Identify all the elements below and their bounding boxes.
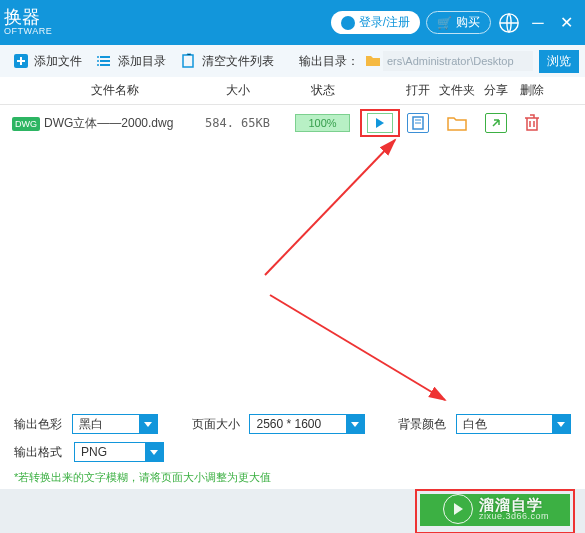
app-title: 换器 <box>4 8 52 28</box>
svg-point-2 <box>97 56 99 58</box>
settings-panel: 输出色彩 黑白 页面大小 2560 * 1600 背景颜色 白色 输出格式 PN… <box>0 404 585 489</box>
file-size: 584. 65KB <box>190 116 285 130</box>
col-folder: 文件夹 <box>436 82 478 99</box>
chevron-down-icon <box>552 414 570 434</box>
col-open: 打开 <box>400 82 436 99</box>
format-label: 输出格式 <box>14 444 66 461</box>
svg-rect-5 <box>183 55 193 67</box>
col-delete: 删除 <box>514 82 550 99</box>
col-status: 状态 <box>285 82 360 99</box>
add-folder-label: 添加目录 <box>118 53 166 70</box>
svg-point-3 <box>97 60 99 62</box>
highlight-box-convert <box>415 489 575 534</box>
buy-button[interactable]: 🛒 购买 <box>426 11 491 34</box>
chevron-down-icon <box>145 442 163 462</box>
output-dir-label: 输出目录： <box>299 53 359 70</box>
clear-icon <box>180 52 198 70</box>
toolbar: 添加文件 添加目录 清空文件列表 输出目录： 浏览 <box>0 45 585 77</box>
buy-label: 购买 <box>456 14 480 31</box>
folder-icon <box>365 53 381 70</box>
hint-text: *若转换出来的文字模糊，请将页面大小调整为更大值 <box>14 470 571 485</box>
pagesize-label: 页面大小 <box>192 416 242 433</box>
titlebar: 换器 OFTWARE 登录/注册 🛒 购买 ─ ✕ <box>0 0 585 45</box>
highlight-box-play <box>360 109 400 137</box>
add-file-button[interactable]: 添加文件 <box>6 50 88 72</box>
minimize-button[interactable]: ─ <box>527 14 549 32</box>
browse-button[interactable]: 浏览 <box>539 50 579 73</box>
output-dir-input[interactable] <box>383 51 533 71</box>
pagesize-select[interactable]: 2560 * 1600 <box>249 414 364 434</box>
login-label: 登录/注册 <box>359 14 410 31</box>
add-folder-button[interactable]: 添加目录 <box>90 50 172 72</box>
open-folder-button[interactable] <box>446 113 468 133</box>
close-button[interactable]: ✕ <box>555 13 577 32</box>
share-button[interactable] <box>485 113 507 133</box>
table-header: 文件名称 大小 状态 打开 文件夹 分享 删除 <box>0 77 585 105</box>
open-file-button[interactable] <box>407 113 429 133</box>
list-icon <box>96 52 114 70</box>
app-subtitle: OFTWARE <box>4 27 52 37</box>
cart-icon: 🛒 <box>437 16 452 30</box>
clear-list-label: 清空文件列表 <box>202 53 274 70</box>
col-size: 大小 <box>190 82 285 99</box>
clear-list-button[interactable]: 清空文件列表 <box>174 50 280 72</box>
svg-line-8 <box>270 295 445 400</box>
color-select[interactable]: 黑白 <box>72 414 158 434</box>
chevron-down-icon <box>346 414 364 434</box>
progress-indicator: 100% <box>295 114 350 132</box>
delete-button[interactable] <box>524 120 540 134</box>
add-file-icon <box>12 52 30 70</box>
footer <box>0 489 585 533</box>
play-button[interactable] <box>367 113 393 133</box>
chevron-down-icon <box>139 414 157 434</box>
language-button[interactable] <box>497 11 521 35</box>
table-row: DWG DWG立体——2000.dwg 584. 65KB 100% <box>0 105 585 141</box>
add-file-label: 添加文件 <box>34 53 82 70</box>
login-button[interactable]: 登录/注册 <box>331 11 420 34</box>
svg-line-7 <box>265 140 395 275</box>
play-icon <box>376 118 384 128</box>
file-name: DWG立体——2000.dwg <box>40 115 190 132</box>
bg-label: 背景颜色 <box>398 416 448 433</box>
svg-point-4 <box>97 64 99 66</box>
user-icon <box>341 16 355 30</box>
format-select[interactable]: PNG <box>74 442 164 462</box>
convert-button[interactable] <box>420 494 570 526</box>
bg-select[interactable]: 白色 <box>456 414 571 434</box>
col-name: 文件名称 <box>40 82 190 99</box>
col-share: 分享 <box>478 82 514 99</box>
file-type-badge: DWG <box>12 117 40 131</box>
color-label: 输出色彩 <box>14 416 64 433</box>
